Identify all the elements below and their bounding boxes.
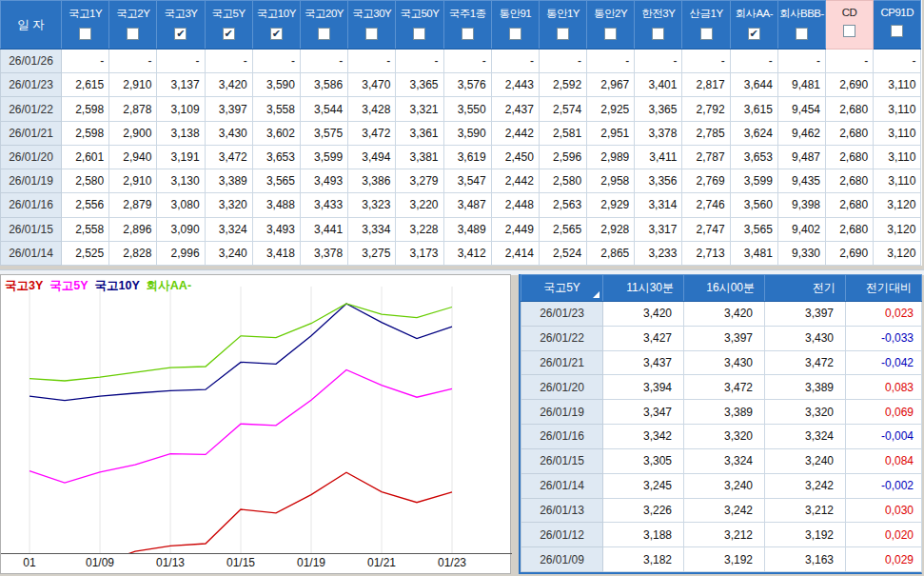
yield-value-cell: 3,590 — [443, 121, 491, 145]
table-row[interactable]: 26/01/232,6152,9103,1373,4203,5903,5863,… — [1, 73, 921, 97]
column-label: CD — [826, 7, 873, 18]
table-row[interactable]: 26/01/222,5982,8783,1093,3973,5583,5443,… — [1, 97, 921, 121]
date-column-header: 일 자 — [1, 1, 62, 50]
column-checkbox-7[interactable] — [413, 28, 425, 40]
column-checkbox-2[interactable]: ✔ — [174, 28, 187, 40]
quote-change-cell: -0,002 — [846, 473, 922, 498]
quote-detail-panel: 국고5Y 11시30분16시00분전기전기대비 26/01/233,4203,4… — [519, 274, 922, 574]
table-row[interactable]: 26/01/152,5582,8963,0903,3243,4933,4413,… — [1, 217, 921, 241]
column-checkbox-15[interactable] — [796, 28, 808, 40]
column-header-13: 산금1Y — [682, 1, 730, 50]
column-checkbox-4[interactable]: ✔ — [270, 28, 283, 40]
quote-1130-cell: 3,394 — [603, 375, 684, 400]
column-header-10: 통안1Y — [539, 1, 586, 50]
quote-series-header[interactable]: 국고5Y — [521, 275, 603, 302]
table-row[interactable]: 26/01/142,5252,8282,9963,2403,4183,3783,… — [1, 241, 921, 265]
column-checkbox-13[interactable] — [700, 28, 713, 40]
yield-value-cell: 3,470 — [348, 73, 396, 97]
column-checkbox-12[interactable] — [652, 28, 664, 40]
legend-item: 국고10Y — [95, 279, 140, 292]
column-header-1: 국고2Y — [109, 1, 157, 50]
column-checkbox-17[interactable] — [891, 25, 903, 37]
yield-history-table-panel: 일 자 국고1Y국고2Y국고3Y✔국고5Y✔국고10Y✔국고20Y국고30Y국고… — [0, 0, 922, 266]
quote-change-cell: 0,083 — [846, 375, 922, 400]
yield-value-cell: 3,547 — [443, 169, 491, 193]
quote-1600-cell: 3,242 — [684, 498, 765, 523]
column-checkbox-0[interactable] — [79, 28, 91, 40]
quote-row[interactable]: 26/01/153,3053,3243,2400,084 — [521, 448, 922, 473]
yield-value-cell: 2,448 — [491, 193, 539, 217]
yield-value-cell: 9,402 — [777, 217, 825, 241]
yield-value-cell: - — [635, 50, 682, 73]
yield-value-cell: 3,138 — [157, 121, 205, 145]
quote-change-cell: 0,084 — [846, 448, 922, 473]
quote-date-cell: 26/01/22 — [521, 326, 603, 350]
bond-yield-terminal: { "colors": { "header_blue": "#2b72c1", … — [0, 0, 924, 576]
yield-value-cell: 2,442 — [491, 121, 539, 145]
quote-row[interactable]: 26/01/093,1823,1923,1630,029 — [521, 547, 922, 572]
x-tick-label: 01/15 — [226, 556, 255, 569]
column-checkbox-10[interactable] — [557, 28, 569, 40]
yield-value-cell: 2,958 — [587, 169, 635, 193]
quote-prev-cell: 3,397 — [765, 302, 846, 327]
yield-value-cell: 9,435 — [777, 169, 825, 193]
yield-value-cell: 2,769 — [682, 169, 730, 193]
yield-chart-panel: 국고3Y국고5Y국고10Y회사AA- 0101/0901/1301/1501/1… — [0, 274, 511, 574]
column-checkbox-11[interactable] — [604, 28, 617, 40]
yield-value-cell: 3,494 — [348, 145, 396, 169]
table-row[interactable]: 26/01/162,5562,8793,0803,3203,4883,4333,… — [1, 193, 921, 217]
quote-1130-cell: 3,420 — [603, 302, 684, 327]
table-row[interactable]: 26/01/212,5982,9003,1383,4303,6023,5753,… — [1, 121, 921, 145]
yield-value-cell: 2,680 — [826, 169, 874, 193]
column-checkbox-1[interactable] — [127, 28, 139, 40]
quote-row[interactable]: 26/01/233,4203,4203,3970,023 — [521, 302, 922, 327]
column-header-17: CP91D — [874, 1, 921, 50]
yield-value-cell: 3,320 — [205, 193, 252, 217]
quote-row[interactable]: 26/01/143,2453,2403,242-0,002 — [521, 473, 922, 498]
column-label: 국고3Y — [157, 7, 204, 21]
quote-row[interactable]: 26/01/223,4273,3973,430-0,033 — [521, 326, 922, 350]
quote-date-cell: 26/01/19 — [521, 400, 603, 425]
column-checkbox-16[interactable] — [843, 25, 855, 37]
table-row[interactable]: 26/01/192,5802,9103,1303,3893,5653,4933,… — [1, 169, 921, 193]
yield-value-cell: 2,680 — [826, 193, 874, 217]
yield-value-cell: 3,644 — [730, 73, 777, 97]
column-checkbox-6[interactable] — [365, 28, 378, 40]
table-row[interactable]: 26/01/202,6012,9403,1913,4723,6533,5993,… — [1, 145, 921, 169]
yield-value-cell: 2,910 — [109, 169, 157, 193]
yield-value-cell: 3,130 — [157, 169, 205, 193]
quote-column-header-2[interactable]: 전기 — [765, 275, 846, 302]
quote-date-cell: 26/01/12 — [521, 523, 603, 547]
quote-column-header-3[interactable]: 전기대비 — [846, 275, 922, 302]
quote-row[interactable]: 26/01/193,3473,3893,3200,069 — [521, 400, 922, 425]
column-checkbox-5[interactable] — [318, 28, 330, 40]
yield-value-cell: 3,173 — [396, 241, 443, 265]
quote-row[interactable]: 26/01/133,2263,2423,2120,030 — [521, 498, 922, 523]
quote-row[interactable]: 26/01/213,4373,4303,472-0,042 — [521, 350, 922, 375]
column-checkbox-9[interactable] — [509, 28, 521, 40]
x-tick-label: 01 — [23, 556, 36, 569]
column-checkbox-8[interactable] — [462, 28, 474, 40]
quote-row[interactable]: 26/01/203,3943,4723,3890,083 — [521, 375, 922, 400]
table-row[interactable]: 26/01/26------------------ — [1, 50, 921, 73]
quote-column-header-0[interactable]: 11시30분 — [603, 275, 684, 302]
yield-value-cell: 3,381 — [396, 145, 443, 169]
quote-column-header-1[interactable]: 16시00분 — [684, 275, 765, 302]
quote-date-cell: 26/01/23 — [521, 302, 603, 327]
yield-value-cell: 3,137 — [157, 73, 205, 97]
yield-value-cell: 2,558 — [62, 217, 109, 241]
yield-value-cell: 9,481 — [777, 73, 825, 97]
x-tick-label: 01/13 — [156, 556, 185, 569]
yield-value-cell: - — [587, 50, 635, 73]
quote-row[interactable]: 26/01/163,3423,3203,324-0,004 — [521, 425, 922, 449]
row-date-cell: 26/01/15 — [1, 217, 62, 241]
column-checkbox-3[interactable]: ✔ — [223, 28, 235, 40]
quote-prev-cell: 3,430 — [765, 326, 846, 350]
column-checkbox-14[interactable]: ✔ — [748, 28, 760, 40]
yield-value-cell: 2,680 — [826, 217, 874, 241]
yield-value-cell: 2,615 — [62, 73, 109, 97]
yield-value-cell: 2,442 — [491, 169, 539, 193]
yield-value-cell: 3,110 — [874, 169, 921, 193]
quote-row[interactable]: 26/01/123,1883,2123,1920,020 — [521, 523, 922, 547]
yield-value-cell: 2,878 — [109, 97, 157, 121]
